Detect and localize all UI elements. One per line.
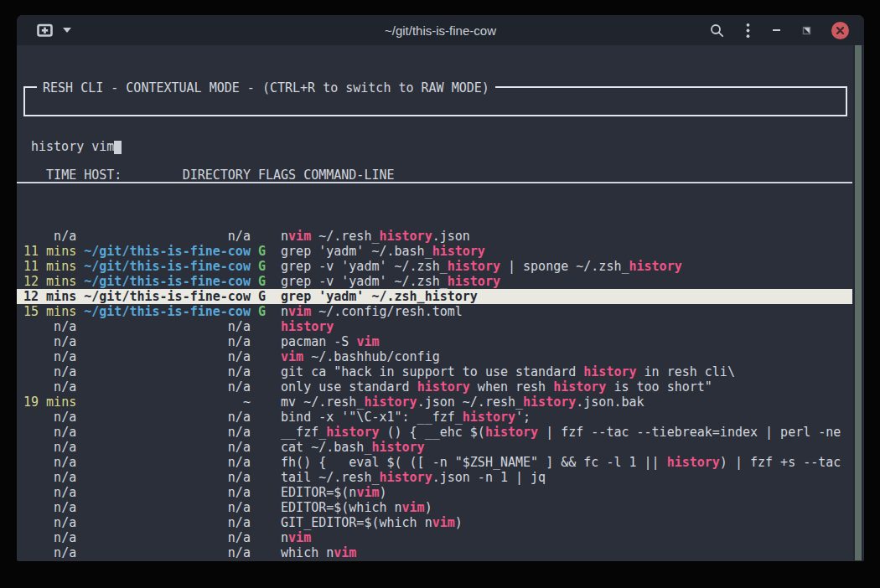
row-text: ) | fzf +s --tac <box>720 455 841 470</box>
row-text: n/a <box>84 364 251 379</box>
history-row[interactable]: n/a n/a tail ~/.resh_history.json -n 1 |… <box>17 470 852 485</box>
row-text <box>76 485 84 500</box>
history-row[interactable]: n/a n/a bind -x '"\C-x1": __fzf_history'… <box>17 410 852 425</box>
row-text <box>76 259 84 274</box>
row-text: .json ~/.resh_ <box>417 395 523 410</box>
row-text: n/a <box>23 349 76 364</box>
resh-search-box[interactable]: RESH CLI - CONTEXTUAL MODE - (CTRL+R to … <box>23 86 847 116</box>
history-row[interactable]: n/a n/a nvim ~/.resh_history.json <box>17 229 852 244</box>
row-text <box>251 440 281 455</box>
history-row[interactable]: 12 mins ~/git/this-is-fine-cow G grep 'y… <box>17 289 852 304</box>
row-text: ~/.resh_ <box>311 229 379 244</box>
history-row[interactable]: n/a n/a cat .bash_history <box>17 560 852 561</box>
row-text: n/a <box>23 364 76 379</box>
history-row[interactable]: n/a n/a cat ~/.bash_history <box>17 440 852 455</box>
text-cursor <box>114 141 122 154</box>
row-text: n/a <box>84 545 251 560</box>
row-text: history <box>667 455 720 470</box>
row-text: n/a <box>23 334 76 349</box>
row-text <box>76 470 84 485</box>
row-text: n/a <box>84 425 251 440</box>
history-row[interactable]: 12 mins ~/git/this-is-fine-cow G grep -v… <box>17 274 852 289</box>
resh-mode-legend: RESH CLI - CONTEXTUAL MODE - (CTRL+R to … <box>37 80 495 95</box>
row-text: n/a <box>84 229 251 244</box>
row-text: vim <box>288 530 311 545</box>
restore-button[interactable] <box>802 26 811 35</box>
row-text: G <box>251 244 281 259</box>
search-button[interactable] <box>710 23 724 38</box>
row-text: n/a <box>23 470 76 485</box>
history-row[interactable]: n/a n/a git ca "hack in support to use s… <box>17 364 852 379</box>
history-row[interactable]: n/a n/a EDITOR=$(which nvim) <box>17 500 852 515</box>
history-row[interactable]: n/a n/a fh() { eval $( ([ -n "$ZSH_NAME"… <box>17 455 852 470</box>
row-text <box>76 500 84 515</box>
row-text: 12 mins <box>23 289 76 304</box>
row-text: n/a <box>23 545 76 560</box>
row-text: history <box>371 440 424 455</box>
history-row[interactable]: n/a n/a vim ~/.bashhub/config <box>17 349 852 364</box>
row-text: grep 'yadm' ~/.bash_ <box>281 244 432 259</box>
row-text: 11 mins <box>23 259 76 274</box>
row-text: mv ~/.resh_ <box>281 395 364 410</box>
row-text: ~/.bashhub/config <box>303 349 440 364</box>
row-text: history <box>553 379 606 395</box>
row-text: n/a <box>23 379 76 395</box>
row-text <box>251 364 281 379</box>
row-text: .json.bak <box>576 395 644 410</box>
history-row[interactable]: n/a n/a nvim <box>17 530 852 545</box>
row-text: grep -v 'yadm' ~/.zsh_ <box>281 259 448 274</box>
restore-icon <box>802 26 811 35</box>
row-text: history <box>379 229 432 244</box>
row-text: G <box>251 274 281 289</box>
history-row[interactable]: 11 mins ~/git/this-is-fine-cow G grep 'y… <box>17 244 852 259</box>
history-row[interactable]: 11 mins ~/git/this-is-fine-cow G grep -v… <box>17 259 852 274</box>
row-text <box>76 530 84 545</box>
new-tab-button[interactable] <box>37 23 53 38</box>
history-row[interactable]: n/a n/a history <box>17 319 852 334</box>
history-row[interactable]: n/a n/a __fzf_history () { __ehc $(histo… <box>17 425 852 440</box>
history-row[interactable]: n/a n/a pacman -S vim <box>17 334 852 349</box>
row-text: n/a <box>23 485 76 500</box>
history-row[interactable]: n/a n/a GIT_EDITOR=$(which nvim) <box>17 515 852 530</box>
row-text: n/a <box>84 349 251 364</box>
row-text: n/a <box>84 560 251 561</box>
row-text: ) <box>379 485 386 500</box>
close-button[interactable] <box>831 22 849 39</box>
scrollbar[interactable] <box>853 45 863 560</box>
history-row[interactable]: 19 mins ~ mv ~/.resh_history.json ~/.res… <box>17 395 852 410</box>
row-text: ~/git/this-is-fine-cow <box>84 244 251 259</box>
row-text <box>76 560 84 561</box>
tab-dropdown-button[interactable] <box>63 28 71 33</box>
row-text: history <box>583 364 636 379</box>
row-text: 15 mins <box>23 304 76 319</box>
minimize-button[interactable] <box>772 28 782 32</box>
kebab-menu-icon <box>746 23 750 39</box>
row-text: EDITOR=$(n <box>281 485 356 500</box>
row-text <box>251 425 281 440</box>
window-titlebar: ~/git/this-is-fine-cow <box>17 15 864 45</box>
search-query-input[interactable]: history vim <box>31 139 846 154</box>
row-text: G <box>251 259 281 274</box>
history-row[interactable]: n/a n/a only use standard history when r… <box>17 379 852 395</box>
row-text: which n <box>281 545 334 560</box>
history-row[interactable]: 15 mins ~/git/this-is-fine-cow G nvim ~/… <box>17 304 852 319</box>
row-text: .json -n 1 | jq <box>432 470 546 485</box>
row-text: vim <box>288 304 311 319</box>
row-text: history <box>364 395 417 410</box>
row-text: n/a <box>84 319 251 334</box>
menu-button[interactable] <box>746 23 750 39</box>
row-text: cat ~/.bash_ <box>281 440 371 455</box>
row-text: vim <box>356 334 379 349</box>
row-text: ~/git/this-is-fine-cow <box>84 259 251 274</box>
scrollbar-thumb[interactable] <box>855 45 862 560</box>
row-text <box>251 560 281 561</box>
history-row[interactable]: n/a n/a EDITOR=$(nvim) <box>17 485 852 500</box>
terminal-content: RESH CLI - CONTEXTUAL MODE - (CTRL+R to … <box>17 45 852 561</box>
close-icon <box>836 27 844 34</box>
history-row[interactable]: n/a n/a which nvim <box>17 545 852 560</box>
row-text: pacman -S <box>281 334 356 349</box>
row-text: n/a <box>23 440 76 455</box>
row-text: n/a <box>23 455 76 470</box>
row-text: cat .bash_ <box>281 560 356 561</box>
row-text <box>251 395 281 410</box>
